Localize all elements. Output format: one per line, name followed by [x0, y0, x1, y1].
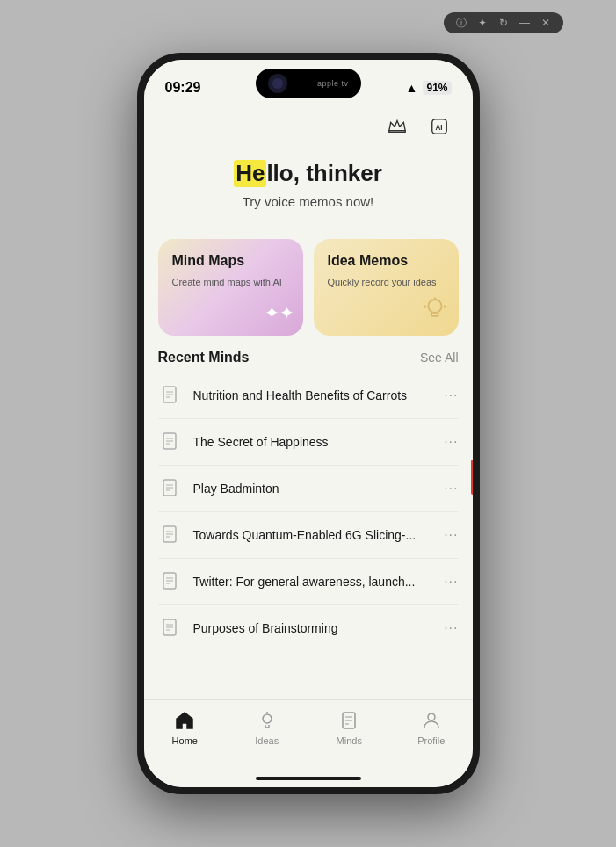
item-more-icon[interactable]: ···: [437, 574, 458, 590]
phone-frame: apple tv 09:29 ▲ 91%: [137, 53, 480, 794]
di-camera: [268, 74, 287, 93]
list-item[interactable]: Towards Quantum-Enabled 6G Slicing-... ·…: [158, 512, 459, 559]
list-item[interactable]: Play Badminton ···: [158, 466, 459, 512]
greeting-rest: llo, thinker: [266, 160, 381, 187]
nav-ideas[interactable]: Ideas: [236, 709, 298, 746]
see-all-button[interactable]: See All: [420, 351, 459, 365]
desktop-background: ⓘ ✦ ↻ — ✕ apple tv 09:29 ▲ 91%: [0, 0, 616, 847]
nav-profile[interactable]: Profile: [401, 709, 462, 746]
item-more-icon[interactable]: ···: [437, 434, 458, 450]
item-document-icon: [158, 476, 183, 501]
item-more-icon[interactable]: ···: [437, 481, 458, 496]
status-time: 09:29: [165, 80, 201, 96]
wifi-icon: ▲: [406, 81, 418, 95]
item-title: Towards Quantum-Enabled 6G Slicing-...: [193, 528, 438, 542]
item-document-icon: [158, 430, 183, 454]
item-document-icon: [158, 523, 183, 547]
greeting-section: Hello, thinker Try voice memos now!: [144, 142, 473, 218]
svg-point-37: [428, 713, 435, 720]
refresh-icon: ↻: [496, 16, 511, 30]
home-nav-icon: [173, 709, 196, 732]
list-item[interactable]: Nutrition and Health Benefits of Carrots…: [158, 373, 459, 419]
nav-home[interactable]: Home: [154, 709, 215, 746]
item-more-icon[interactable]: ···: [437, 620, 458, 636]
item-title: Twitter: For general awareness, launch..…: [193, 575, 438, 589]
mind-maps-title: Mind Maps: [172, 253, 289, 269]
item-title: The Secret of Happiness: [193, 435, 438, 449]
home-indicator: [144, 770, 473, 787]
ai-button[interactable]: AI: [424, 111, 455, 142]
profile-nav-icon: [420, 709, 443, 732]
nav-minds[interactable]: Minds: [318, 709, 380, 746]
list-item[interactable]: The Secret of Happiness ···: [158, 419, 459, 466]
profile-nav-label: Profile: [417, 735, 445, 746]
ideas-nav-label: Ideas: [255, 735, 279, 746]
item-more-icon[interactable]: ···: [437, 387, 458, 403]
star-icon: ✦: [475, 16, 489, 30]
recent-title: Recent Minds: [158, 350, 250, 366]
greeting-subtitle: Try voice memos now!: [165, 194, 452, 209]
idea-memos-card[interactable]: Idea Memos Quickly record your ideas: [314, 239, 459, 336]
idea-memos-title: Idea Memos: [328, 253, 445, 269]
header-actions: AI: [144, 104, 473, 142]
item-document-icon: [158, 616, 183, 641]
item-title: Play Badminton: [193, 481, 438, 496]
home-bar: [256, 777, 361, 780]
mind-maps-card[interactable]: Mind Maps Create mind maps with AI ✦✦: [158, 239, 303, 336]
minds-nav-icon: [337, 709, 360, 732]
di-label: apple tv: [317, 79, 349, 88]
status-right: ▲ 91%: [406, 81, 452, 95]
idea-memos-icon: [422, 295, 448, 327]
browser-toolbar: ⓘ ✦ ↻ — ✕: [444, 12, 563, 33]
scroll-indicator: [471, 460, 473, 495]
list-item[interactable]: Purposes of Brainstorming ···: [158, 605, 459, 651]
bottom-nav: Home Ideas: [144, 699, 473, 770]
dynamic-island: apple tv: [256, 69, 361, 98]
svg-point-31: [263, 714, 272, 723]
greeting-text: Hello, thinker: [165, 160, 452, 187]
list-item[interactable]: Twitter: For general awareness, launch..…: [158, 559, 459, 605]
recent-list: Nutrition and Health Benefits of Carrots…: [158, 373, 459, 651]
sparkle-icon: ✦✦: [265, 302, 294, 323]
item-more-icon[interactable]: ···: [437, 527, 458, 543]
battery-indicator: 91%: [423, 81, 451, 95]
cards-section: Mind Maps Create mind maps with AI ✦✦ Id…: [144, 218, 473, 350]
crown-button[interactable]: [381, 111, 413, 142]
phone-screen: apple tv 09:29 ▲ 91%: [144, 60, 473, 787]
minimize-icon: —: [518, 16, 532, 30]
info-icon: ⓘ: [454, 16, 468, 30]
home-nav-label: Home: [172, 735, 198, 746]
greeting-highlight: He: [234, 160, 266, 187]
item-title: Purposes of Brainstorming: [193, 621, 438, 635]
recent-header: Recent Minds See All: [158, 350, 459, 366]
svg-text:AI: AI: [435, 124, 442, 132]
recent-section: Recent Minds See All Nu: [144, 350, 473, 699]
idea-memos-subtitle: Quickly record your ideas: [328, 276, 445, 288]
svg-marker-30: [177, 713, 192, 728]
minds-nav-label: Minds: [337, 735, 362, 746]
ideas-nav-icon: [256, 709, 279, 732]
item-document-icon: [158, 383, 183, 408]
mind-maps-subtitle: Create mind maps with AI: [172, 276, 289, 288]
item-title: Nutrition and Health Benefits of Carrots: [193, 388, 438, 402]
svg-point-2: [428, 300, 441, 313]
close-icon: ✕: [539, 16, 553, 30]
item-document-icon: [158, 569, 183, 594]
